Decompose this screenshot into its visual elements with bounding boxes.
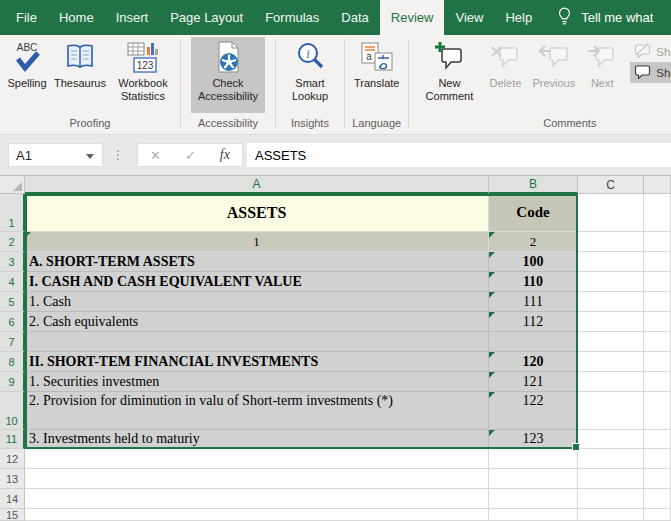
cell-c14[interactable] — [578, 489, 644, 509]
cell-d7[interactable] — [644, 332, 671, 352]
tab-data[interactable]: Data — [330, 0, 379, 35]
cell-d5[interactable] — [644, 292, 671, 312]
cell-c10[interactable] — [578, 392, 644, 430]
row-header-9[interactable]: 9 — [0, 372, 25, 392]
tab-help[interactable]: Help — [494, 0, 543, 35]
cell-c11[interactable] — [578, 430, 644, 449]
cell-c12[interactable] — [578, 449, 644, 469]
column-header-a[interactable]: A — [25, 176, 489, 194]
smart-lookup-button[interactable]: i Smart Lookup — [284, 37, 336, 103]
cell-b5[interactable]: 111 — [489, 292, 578, 312]
cell-d1[interactable] — [644, 194, 671, 232]
cell-c8[interactable] — [578, 352, 644, 372]
cell-c13[interactable] — [578, 469, 644, 489]
cell-a9[interactable]: 1. Securities investmen — [25, 372, 489, 392]
cell-c15[interactable] — [578, 509, 644, 521]
cell-a7[interactable] — [25, 332, 489, 352]
cell-a1[interactable]: ASSETS — [25, 194, 489, 232]
show-all-comments-button[interactable]: Show All C — [630, 62, 671, 83]
cell-d2[interactable] — [644, 232, 671, 252]
formula-input[interactable]: ASSETS — [247, 143, 671, 167]
row-header-4[interactable]: 4 — [0, 272, 25, 292]
tab-page-layout[interactable]: Page Layout — [159, 0, 254, 35]
cell-c4[interactable] — [578, 272, 644, 292]
cell-c3[interactable] — [578, 252, 644, 272]
cell-c7[interactable] — [578, 332, 644, 352]
insert-function-icon[interactable]: fx — [220, 147, 230, 163]
column-header-b[interactable]: B — [489, 176, 578, 194]
cell-c6[interactable] — [578, 312, 644, 332]
tab-review[interactable]: Review — [380, 0, 445, 35]
row-header-13[interactable]: 13 — [0, 469, 25, 489]
cell-a10[interactable]: 2. Provision for diminution in valu of S… — [25, 392, 489, 430]
check-accessibility-button[interactable]: Check Accessibility — [191, 37, 265, 113]
cell-d13[interactable] — [644, 469, 671, 489]
row-header-12[interactable]: 12 — [0, 449, 25, 469]
row-header-8[interactable]: 8 — [0, 352, 25, 372]
cell-a11[interactable]: 3. Investments held to maturiy — [25, 430, 489, 449]
cell-b12[interactable] — [489, 449, 578, 469]
cell-a14[interactable] — [25, 489, 489, 509]
cell-d10[interactable] — [644, 392, 671, 430]
show-hide-comment-button[interactable]: Show/Hid — [630, 41, 671, 62]
delete-comment-button[interactable]: Delete — [481, 37, 529, 90]
row-header-10[interactable]: 10 — [0, 392, 25, 430]
row-header-6[interactable]: 6 — [0, 312, 25, 332]
cell-a5[interactable]: 1. Cash — [25, 292, 489, 312]
formula-bar-handle[interactable]: ⋮ — [112, 143, 125, 167]
thesaurus-button[interactable]: Thesaurus — [51, 37, 109, 90]
name-box-dropdown-icon[interactable] — [86, 154, 94, 159]
name-box[interactable]: A1 — [8, 143, 103, 167]
cell-d8[interactable] — [644, 352, 671, 372]
cell-d4[interactable] — [644, 272, 671, 292]
cell-b2[interactable]: 2 — [489, 232, 578, 252]
workbook-statistics-button[interactable]: 123 Workbook Statistics — [109, 37, 177, 103]
select-all-button[interactable] — [0, 176, 25, 194]
cell-b6[interactable]: 112 — [489, 312, 578, 332]
cell-a13[interactable] — [25, 469, 489, 489]
cell-d12[interactable] — [644, 449, 671, 469]
translate-button[interactable]: a Translate — [351, 37, 402, 90]
row-header-1[interactable]: 1 — [0, 194, 25, 232]
row-header-11[interactable]: 11 — [0, 430, 25, 449]
cell-d14[interactable] — [644, 489, 671, 509]
cell-c1[interactable] — [578, 194, 644, 232]
cell-b7[interactable] — [489, 332, 578, 352]
cell-b9[interactable]: 121 — [489, 372, 578, 392]
next-comment-button[interactable]: Next — [578, 37, 626, 90]
row-header-2[interactable]: 2 — [0, 232, 25, 252]
cell-d11[interactable] — [644, 430, 671, 449]
cell-b14[interactable] — [489, 489, 578, 509]
cell-b3[interactable]: 100 — [489, 252, 578, 272]
cell-a15[interactable] — [25, 509, 489, 521]
tab-home[interactable]: Home — [48, 0, 105, 35]
cell-b8[interactable]: 120 — [489, 352, 578, 372]
tab-view[interactable]: View — [444, 0, 494, 35]
cancel-icon[interactable]: ✕ — [150, 148, 161, 163]
tab-formulas[interactable]: Formulas — [254, 0, 330, 35]
cell-a4[interactable]: I. CASH AND CASH EQUIVALENT VALUE — [25, 272, 489, 292]
row-header-5[interactable]: 5 — [0, 292, 25, 312]
column-header-d[interactable] — [644, 176, 671, 194]
row-header-15[interactable]: 15 — [0, 509, 25, 521]
cell-b10[interactable]: 122 — [489, 392, 578, 430]
cell-a2[interactable]: 1 — [25, 232, 489, 252]
cell-c9[interactable] — [578, 372, 644, 392]
cell-a6[interactable]: 2. Cash equivalents — [25, 312, 489, 332]
cell-d9[interactable] — [644, 372, 671, 392]
cell-a3[interactable]: A. SHORT-TERM ASSETS — [25, 252, 489, 272]
column-header-c[interactable]: C — [578, 176, 644, 194]
tell-me-search[interactable]: Tell me what — [543, 0, 659, 35]
enter-icon[interactable]: ✓ — [185, 148, 196, 163]
cell-b11[interactable]: 123 — [489, 430, 578, 449]
cell-b15[interactable] — [489, 509, 578, 521]
cell-d6[interactable] — [644, 312, 671, 332]
tab-file[interactable]: File — [5, 0, 48, 35]
cell-b4[interactable]: 110 — [489, 272, 578, 292]
row-header-14[interactable]: 14 — [0, 489, 25, 509]
row-header-7[interactable]: 7 — [0, 332, 25, 352]
cell-a8[interactable]: II. SHORT-TEM FINANCIAL INVESTMENTS — [25, 352, 489, 372]
new-comment-button[interactable]: New Comment — [417, 37, 481, 103]
previous-comment-button[interactable]: Previous — [529, 37, 578, 90]
cell-d3[interactable] — [644, 252, 671, 272]
